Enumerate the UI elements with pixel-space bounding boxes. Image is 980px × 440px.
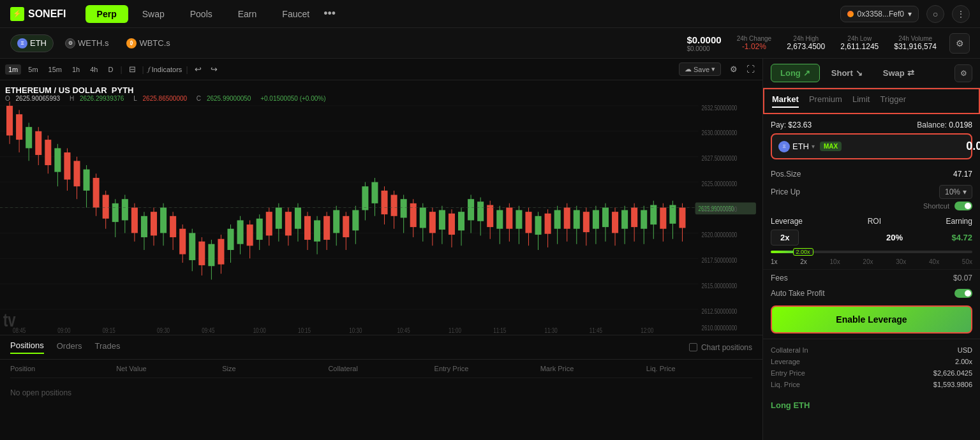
redo-icon[interactable]: ↪ [208,63,220,75]
col-size: Size [222,365,328,372]
nav-perp[interactable]: Perp [85,5,128,23]
long-label: Long [780,68,801,78]
tab-positions[interactable]: Positions [10,341,44,354]
token-weth[interactable]: ⊙ WETH.s [59,35,115,52]
undo-icon[interactable]: ↩ [192,63,204,75]
svg-rect-138 [621,210,628,228]
svg-rect-76 [323,216,330,240]
svg-text:08:45: 08:45 [13,326,26,334]
indicators-icon: 𝑓 [148,65,150,73]
ticker-settings-button[interactable]: ⚙ [949,33,970,54]
fullscreen-icon[interactable]: ⛶ [744,63,757,75]
svg-rect-10 [6,106,13,136]
enable-leverage-button[interactable]: Enable Leverage [771,305,972,334]
tf-4h[interactable]: 4h [87,64,101,75]
chart-positions-label: Chart positions [701,343,752,352]
candle-type-icon[interactable]: ⊟ [126,63,138,75]
indicators-button[interactable]: 𝑓 Indicators [148,65,182,73]
leverage-value: 2x [771,230,799,246]
save-button[interactable]: ☁ Save ▾ [679,62,721,76]
atp-toggle[interactable] [954,289,972,298]
mark-20x[interactable]: 20x [863,258,873,265]
tf-15m[interactable]: 15m [45,64,65,75]
eth-icon: Ξ [17,38,27,48]
change-val: -1.02% [737,42,772,51]
short-button[interactable]: Short ↘ [822,64,872,82]
amount-input[interactable] [847,140,980,153]
more-options-icon[interactable]: ⋮ [952,5,970,23]
svg-text:2615.00000000: 2615.00000000 [702,282,738,290]
ticker-bar: Ξ ETH ⊙ WETH.s ₿ WBTC.s $0.0000 $0.0000 … [0,28,980,59]
tf-5m[interactable]: 5m [25,64,41,75]
nav-more[interactable]: ••• [323,7,336,20]
tab-premium[interactable]: Premium [809,94,842,108]
svg-rect-124 [554,210,561,228]
tf-1h[interactable]: 1h [69,64,83,75]
separator1: | [120,65,122,74]
mark-1x[interactable]: 1x [771,258,778,265]
weth-icon: ⊙ [65,38,75,48]
eth-input-container: Ξ ETH ▾ MAX [771,133,972,159]
swap-button[interactable]: Swap ⇄ [874,64,923,82]
svg-rect-140 [631,208,637,228]
max-button[interactable]: MAX [820,142,842,151]
chart-pair-info: ETHEREUM / US DOLLAR PYTH O 2625.9006599… [5,85,330,102]
svg-rect-78 [333,210,339,233]
tab-orders[interactable]: Orders [57,341,82,353]
settings-icon[interactable]: ⚙ [727,63,740,75]
mark-10x[interactable]: 10x [830,258,840,265]
save-icon: ☁ [685,65,692,73]
chart-positions-checkbox[interactable]: Chart positions [689,343,752,352]
nav-faucet[interactable]: Faucet [271,5,321,23]
mark-50x[interactable]: 50x [962,258,972,265]
nav-swap[interactable]: Swap [131,5,176,23]
main-layout: 1m 5m 15m 1h 4h D | ⊟ | 𝑓 Indicators | ↩… [0,59,980,440]
leverage-info-row: Leverage 2.00x [771,356,972,367]
token-wbtc[interactable]: ₿ WBTC.s [120,35,176,52]
tab-trigger[interactable]: Trigger [880,94,906,108]
mark-40x[interactable]: 40x [929,258,939,265]
token-selector[interactable]: Ξ ETH ▾ [778,141,815,152]
token-eth[interactable]: Ξ ETH [10,34,54,52]
panel-settings-button[interactable]: ⚙ [954,64,972,82]
tf-d[interactable]: D [105,64,116,75]
app-logo: ⚡ SONEFI [10,7,66,21]
price-info: $0.0000 $0.0000 24h Change -1.02% 24h Hi… [687,34,937,52]
svg-text:09:30: 09:30 [157,326,170,334]
tf-1m[interactable]: 1m [5,64,21,75]
notification-icon[interactable]: ○ [926,5,944,23]
svg-rect-148 [669,205,676,224]
leverage-slider[interactable]: 2.00x [771,251,972,253]
price-up-selector[interactable]: 10% ▾ [939,185,972,199]
svg-text:10:30: 10:30 [349,326,362,334]
svg-rect-32 [112,203,119,222]
svg-rect-58 [237,220,244,244]
mark-2x[interactable]: 2x [800,258,807,265]
tab-trades[interactable]: Trades [94,341,120,353]
svg-rect-112 [496,210,503,228]
svg-rect-16 [35,131,41,155]
nav-earn[interactable]: Earn [226,5,269,23]
mark-30x[interactable]: 30x [896,258,906,265]
shortcut-toggle[interactable] [954,202,972,210]
price-up-row: Price Up 10% ▾ [763,182,980,202]
table-header: Position Net Value Size Collateral Entry… [10,360,752,378]
price-up-val: 10% [945,187,960,196]
wallet-button[interactable]: 0x3358...Fef0 ▾ [840,6,919,22]
long-button[interactable]: Long ↗ [771,64,820,82]
svg-text:2622.50000000: 2622.50000000 [702,205,738,213]
svg-text:2610.00000000: 2610.00000000 [702,324,738,332]
svg-text:2620.00000000: 2620.00000000 [702,231,738,238]
nav-pools[interactable]: Pools [179,5,224,23]
tab-limit[interactable]: Limit [852,94,870,108]
nav-right: 0x3358...Fef0 ▾ ○ ⋮ [840,5,970,23]
checkbox[interactable] [689,343,697,351]
svg-rect-38 [141,216,147,237]
svg-rect-30 [103,195,109,219]
col-entry-price: Entry Price [434,365,540,372]
svg-rect-80 [343,216,349,237]
swap-arrows-icon: ⇄ [907,68,914,78]
svg-text:10:15: 10:15 [298,326,311,334]
tab-market[interactable]: Market [772,94,799,108]
balance-info: Balance: 0.0198 [917,121,972,129]
